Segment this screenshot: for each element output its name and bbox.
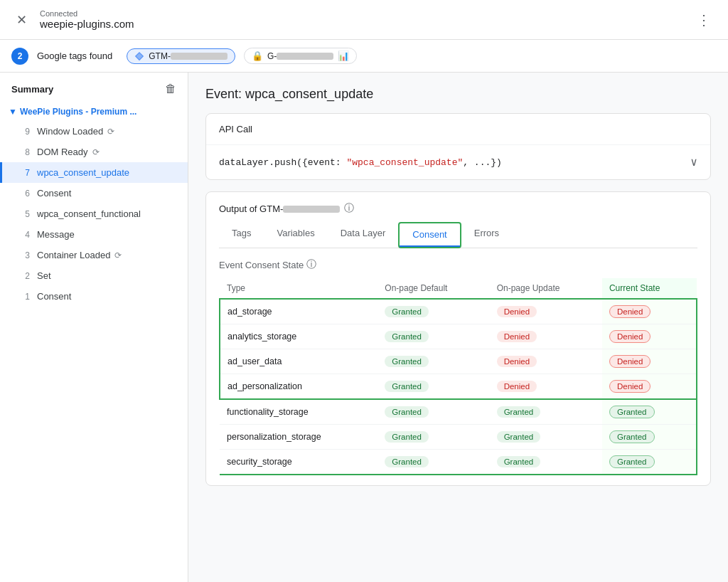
update-cell: Denied xyxy=(490,324,602,349)
connection-status: Connected xyxy=(40,9,691,18)
update-cell: Granted xyxy=(490,425,602,450)
tab-variables[interactable]: Variables xyxy=(264,222,327,248)
current-cell: Denied xyxy=(602,324,697,349)
consent-info-icon[interactable]: ⓘ xyxy=(306,258,316,271)
gtm-tag-badge[interactable]: GTM- xyxy=(127,48,235,64)
current-cell: Denied xyxy=(602,374,697,400)
tag-count-badge: 2 xyxy=(11,48,28,65)
sidebar-item-wpca-consent-update[interactable]: 7 wpca_consent_update xyxy=(0,162,188,183)
tab-tags[interactable]: Tags xyxy=(219,222,264,248)
top-bar: ✕ Connected weepie-plugins.com ⋮ xyxy=(0,0,728,40)
badge-granted: Granted xyxy=(385,406,429,418)
replay-icon-9: ⟳ xyxy=(107,127,114,137)
consent-6-label: Consent xyxy=(37,188,71,199)
sidebar-item-window-loaded[interactable]: 9 Window Loaded ⟳ xyxy=(0,121,188,142)
tab-consent[interactable]: Consent xyxy=(400,223,459,247)
sidebar-item-consent-6[interactable]: 6 Consent xyxy=(0,183,188,203)
current-cell: Granted xyxy=(602,450,697,475)
wpca-consent-update-label: wpca_consent_update xyxy=(37,167,129,178)
badge-granted: Granted xyxy=(497,456,541,467)
item-num-9: 9 xyxy=(20,127,30,137)
sidebar-item-consent-1[interactable]: 1 Consent xyxy=(0,286,188,307)
tab-errors[interactable]: Errors xyxy=(461,222,512,248)
item-num-7: 7 xyxy=(20,168,30,178)
col-current: Current State xyxy=(602,278,697,299)
gtm-output-id xyxy=(283,206,340,213)
item-num-5: 5 xyxy=(20,209,30,219)
type-cell: ad_storage xyxy=(220,299,378,324)
sidebar-item-set[interactable]: 2 Set xyxy=(0,265,188,286)
update-cell: Granted xyxy=(490,450,602,475)
message-label: Message xyxy=(37,229,75,240)
sidebar: Summary 🗑 ▼ WeePie Plugins - Premium ...… xyxy=(0,73,188,582)
sidebar-item-dom-ready[interactable]: 8 DOM Ready ⟳ xyxy=(0,142,188,162)
sidebar-item-container-loaded[interactable]: 3 Container Loaded ⟳ xyxy=(0,245,188,265)
badge-granted: Granted xyxy=(385,356,429,367)
sidebar-section[interactable]: ▼ WeePie Plugins - Premium ... xyxy=(0,102,188,121)
table-row: ad_user_data Granted Denied Denied xyxy=(220,349,697,374)
badge-denied: Denied xyxy=(497,331,537,342)
output-title: Output of GTM- ⓘ xyxy=(219,202,697,215)
sidebar-item-message[interactable]: 4 Message xyxy=(0,224,188,245)
default-cell: Granted xyxy=(378,399,489,425)
page-title: Event: wpca_consent_update xyxy=(205,87,711,102)
table-row: personalization_storage Granted Granted … xyxy=(220,425,697,450)
sidebar-header: Summary 🗑 xyxy=(0,73,188,102)
ga-tag-badge[interactable]: 🔒 G- 📊 xyxy=(244,48,357,64)
item-num-1: 1 xyxy=(20,292,30,302)
sidebar-section-label-text: WeePie Plugins - Premium ... xyxy=(20,107,137,117)
main-layout: Summary 🗑 ▼ WeePie Plugins - Premium ...… xyxy=(0,73,728,582)
close-button[interactable]: ✕ xyxy=(11,10,31,30)
badge-granted-current: Granted xyxy=(609,455,655,468)
tab-data-layer[interactable]: Data Layer xyxy=(328,222,399,248)
update-cell: Denied xyxy=(490,349,602,374)
wpca-functional-label: wpca_consent_functional xyxy=(37,208,141,219)
tag-found-label: Google tags found xyxy=(37,51,112,61)
badge-granted: Granted xyxy=(385,381,429,392)
badge-denied-current: Denied xyxy=(609,305,651,318)
type-cell: functionality_storage xyxy=(220,399,378,425)
item-num-4: 4 xyxy=(20,230,30,240)
bar-chart-icon: 📊 xyxy=(338,51,349,61)
item-num-2: 2 xyxy=(20,271,30,281)
code-suffix: , ...}) xyxy=(463,157,502,168)
sidebar-item-wpca-functional[interactable]: 5 wpca_consent_functional xyxy=(0,203,188,224)
expand-chevron[interactable]: ∨ xyxy=(690,155,697,169)
badge-denied-current: Denied xyxy=(609,355,651,368)
domain-info: Connected weepie-plugins.com xyxy=(40,9,691,30)
consent-1-label: Consent xyxy=(37,291,71,302)
badge-granted-current: Granted xyxy=(609,406,655,418)
code-event-name: "wpca_consent_update" xyxy=(346,157,463,168)
badge-granted: Granted xyxy=(385,431,429,443)
badge-granted: Granted xyxy=(385,331,429,342)
sidebar-title: Summary xyxy=(11,84,53,95)
close-icon: ✕ xyxy=(16,12,27,28)
gtm-id-blurred xyxy=(171,53,228,60)
badge-granted-current: Granted xyxy=(609,430,655,443)
default-cell: Granted xyxy=(378,425,489,450)
tabs-row: Tags Variables Data Layer Consent Errors xyxy=(219,222,697,248)
default-cell: Granted xyxy=(378,324,489,349)
table-row: functionality_storage Granted Granted Gr… xyxy=(220,399,697,425)
item-num-8: 8 xyxy=(20,147,30,157)
code-text: dataLayer.push({event: "wpca_consent_upd… xyxy=(219,157,502,168)
type-cell: security_storage xyxy=(220,450,378,475)
item-num-6: 6 xyxy=(20,189,30,199)
type-cell: ad_personalization xyxy=(220,374,378,400)
badge-denied: Denied xyxy=(497,306,537,317)
replay-icon-8: ⟳ xyxy=(92,147,100,157)
type-cell: ad_user_data xyxy=(220,349,378,374)
lock-icon: 🔒 xyxy=(252,51,263,61)
badge-granted: Granted xyxy=(385,306,429,317)
window-loaded-label: Window Loaded xyxy=(37,126,103,137)
badge-granted: Granted xyxy=(497,431,541,443)
ga-id-blurred xyxy=(277,53,333,60)
delete-icon[interactable]: 🗑 xyxy=(165,83,176,95)
col-default: On-page Default xyxy=(378,278,489,299)
consent-section-title: Event Consent State ⓘ xyxy=(219,258,697,271)
table-row: security_storage Granted Granted Granted xyxy=(220,450,697,475)
gtm-icon xyxy=(134,51,144,61)
info-icon[interactable]: ⓘ xyxy=(344,202,354,215)
badge-denied: Denied xyxy=(497,381,537,392)
more-menu-button[interactable]: ⋮ xyxy=(691,9,717,31)
